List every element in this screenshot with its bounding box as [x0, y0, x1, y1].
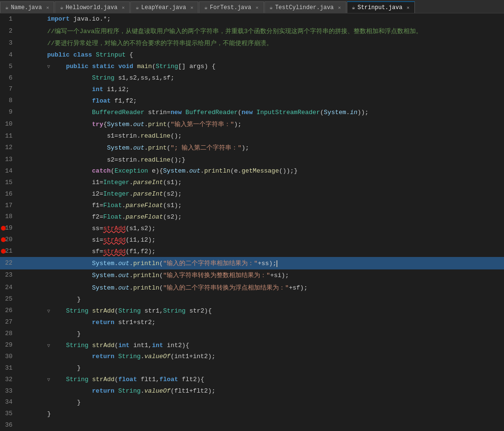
tab-label: TestCylinder.java	[275, 4, 333, 11]
line-num-28: 28	[0, 328, 17, 339]
line-num-36: 36	[0, 420, 17, 431]
line-num-12: 12	[0, 142, 17, 153]
tab-label-active: Strinput.java	[357, 4, 402, 11]
tab-label: Name.java	[11, 4, 42, 11]
line-num-34: 34	[0, 397, 17, 408]
line-num-11: 11	[0, 131, 17, 141]
line-num-9: 9	[0, 107, 17, 117]
tab-close-icon[interactable]: ✕	[255, 5, 258, 11]
tab-close-icon[interactable]: ✕	[190, 5, 193, 11]
line-num-18: 18	[0, 211, 17, 222]
line-num-17: 17	[0, 200, 17, 211]
line-num-29: 29	[0, 340, 17, 350]
line-num-32: 32	[0, 374, 17, 385]
line-num-27: 27	[0, 317, 17, 327]
java-icon: ☕	[60, 4, 63, 11]
line-content-36	[17, 415, 504, 431]
line-num-8: 8	[0, 95, 17, 106]
line-num-10: 10	[0, 119, 17, 129]
error-dot-20	[1, 237, 6, 242]
tab-close-icon[interactable]: ✕	[338, 5, 341, 11]
line-num-31: 31	[0, 363, 17, 373]
line-num-24: 24	[0, 282, 17, 293]
tab-close-icon[interactable]: ✕	[122, 5, 125, 11]
line-num-22: 22	[0, 258, 17, 268]
line-num-14: 14	[0, 166, 17, 176]
line-num-5: 5	[0, 61, 17, 72]
line-num-1: 1	[0, 14, 17, 24]
error-dot-21	[1, 249, 6, 254]
tab-label: ForTest.java	[210, 4, 251, 11]
tab-testcylinder-java[interactable]: ☕ TestCylinder.java ✕	[264, 1, 346, 13]
tab-label: Helloworld.java	[66, 4, 117, 11]
line-num-25: 25	[0, 294, 17, 304]
line-num-23: 23	[0, 270, 17, 280]
tab-name-java[interactable]: ☕ Name.java ✕	[0, 1, 54, 13]
tab-label: LeapYear.java	[141, 4, 186, 11]
code-line-36: 36	[0, 419, 504, 431]
tab-fortest-java[interactable]: ☕ ForTest.java ✕	[199, 1, 263, 13]
line-num-4: 4	[0, 50, 17, 60]
java-icon: ☕	[270, 4, 273, 11]
tab-close-icon[interactable]: ✕	[407, 5, 410, 11]
error-dot-19	[1, 226, 6, 231]
java-icon: ☕	[5, 4, 9, 11]
line-num-3: 3	[0, 38, 17, 48]
line-num-15: 15	[0, 177, 17, 188]
line-num-33: 33	[0, 386, 17, 396]
line-num-6: 6	[0, 73, 17, 83]
line-num-30: 30	[0, 351, 17, 362]
java-icon: ☕	[136, 4, 139, 11]
tab-close-icon[interactable]: ✕	[46, 5, 49, 11]
line-num-2: 2	[0, 26, 17, 36]
line-num-7: 7	[0, 84, 17, 94]
java-icon-active: ☕	[352, 4, 355, 11]
line-num-35: 35	[0, 408, 17, 419]
editor[interactable]: 1 import java.io.*; 2 //编写一个Java应用程序，从键盘…	[0, 13, 504, 431]
java-icon: ☕	[204, 4, 207, 11]
line-num-26: 26	[0, 305, 17, 316]
line-num-16: 16	[0, 189, 17, 199]
tab-helloworld-java[interactable]: ☕ Helloworld.java ✕	[55, 1, 130, 13]
tab-strinput-java[interactable]: ☕ Strinput.java ✕	[347, 1, 415, 13]
line-num-13: 13	[0, 154, 17, 165]
tab-bar: ☕ Name.java ✕ ☕ Helloworld.java ✕ ☕ Leap…	[0, 0, 504, 13]
tab-leapyear-java[interactable]: ☕ LeapYear.java ✕	[130, 1, 198, 13]
